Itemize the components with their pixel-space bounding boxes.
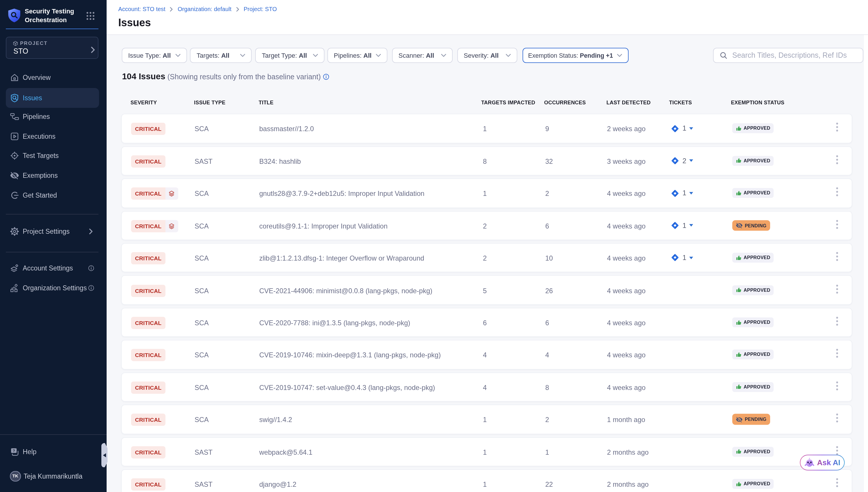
svg-text:?: ? xyxy=(13,448,15,453)
